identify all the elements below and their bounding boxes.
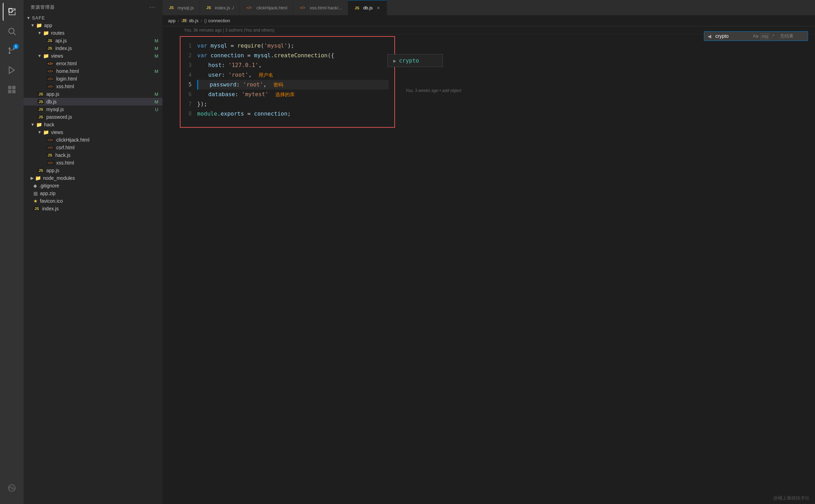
tab-html-icon-click: </> [245,5,253,10]
autocomplete-popup[interactable]: ▶ crypto [387,54,443,67]
file-clickhijack-label: clickHijack.html [56,137,90,143]
file-xss-html-app[interactable]: </> xss.html [24,83,162,90]
case-sensitive-icon[interactable]: Aa [753,33,758,39]
file-index-routes-label: index.js [55,45,72,51]
breadcrumb-app[interactable]: app [168,18,176,23]
file-login-html[interactable]: </> login.html [24,75,162,83]
folder-hack[interactable]: ▼ 📁 hack [24,121,162,128]
autocomplete-arrow: ▶ [393,58,396,64]
tab-close-db[interactable]: ✕ [376,5,381,11]
breadcrumb-connection-label: connection [208,18,230,23]
ln2: 2 [186,51,192,60]
file-mysql-label: mysql.js [46,107,64,112]
folder-views-label: views [51,53,63,59]
editor-area: JS mysql.js JS index.js ./ </> clickHija… [162,0,815,504]
file-db-label: db.js [46,99,57,104]
file-gitignore-label: .gitignore [39,183,59,188]
code-line-8: module . exports = connection ; [197,109,389,119]
annotation-db: 选择的库 [275,90,295,99]
tabs-bar: JS mysql.js JS index.js ./ </> clickHija… [162,0,815,15]
search-input[interactable] [715,33,750,39]
search-result: 无结果 [780,33,793,39]
file-favicon[interactable]: ★ favicon.ico [24,197,162,205]
code-with-numbers: 1 2 3 4 5 6 7 8 var mysql = [186,41,389,123]
file-api-js[interactable]: JS api.js M [24,37,162,44]
html-icon-error: </> [47,61,54,66]
file-index-root[interactable]: JS index.js [24,205,162,212]
file-error-html[interactable]: </> error.html [24,60,162,67]
file-gitignore[interactable]: ◆ .gitignore [24,182,162,190]
search-icon[interactable] [3,22,21,40]
file-index-js-routes[interactable]: JS index.js M [24,44,162,52]
file-clickhijack[interactable]: </> clickHijack.html [24,136,162,144]
breadcrumb-db[interactable]: JS db.js [181,18,199,23]
explorer-icon[interactable] [3,3,21,21]
code-line-6: database : 'mytest' 选择的库 [197,90,389,99]
folder-app-views[interactable]: ▼ 📁 views M [24,52,162,60]
sidebar-more-icon[interactable]: ··· [149,3,156,11]
regex-icon[interactable]: .* [771,33,774,39]
debug-icon[interactable] [3,61,21,79]
git-icon[interactable]: 6 [3,42,21,60]
file-password-label: password.js [46,114,72,120]
js-icon-index: JS [47,46,53,51]
tab-js-icon-index: JS [205,5,212,10]
folder-arrow-safe: ▼ [26,16,31,20]
breadcrumb-sep1: › [178,18,179,23]
gitlens-inline: You, 3 weeks ago • add object [405,88,461,93]
editor-content[interactable]: You, 36 minutes ago | 3 authors (You and… [162,26,815,504]
folder-safe[interactable]: ▼ SAFE [24,14,162,22]
zip-icon: ▦ [33,191,38,196]
svg-point-3 [9,52,10,54]
badge-db: M [154,99,158,104]
whole-word-icon[interactable]: Ab| [761,33,769,39]
folder-routes-label: routes [51,30,65,36]
folder-app[interactable]: ▼ 📁 app [24,22,162,29]
tab-mysql-js[interactable]: JS mysql.js [162,0,200,15]
folder-nm-label: node_modules [43,175,75,181]
autocomplete-word[interactable]: crypto [399,57,419,64]
folder-routes-icon: 📁 [43,30,49,36]
file-hack-js[interactable]: JS hack.js [24,151,162,159]
file-xss-app-label: xss.html [56,84,74,89]
gitignore-icon: ◆ [33,183,37,188]
file-hack-app-js[interactable]: JS app.js [24,167,162,174]
code-line-4: user : 'root' , 用户名 [197,70,389,80]
folder-hack-views[interactable]: ▼ 📁 views [24,128,162,136]
git-badge: 6 [13,44,19,49]
file-mysql-js[interactable]: JS mysql.js U [24,106,162,113]
code-line-3: host : '127.0.1' , [197,60,389,70]
activity-bar: 6 [0,0,24,504]
html-icon-xss-app: </> [47,84,54,89]
search-bar: ◀ Aa Ab| .* 无结果 [704,31,808,41]
svg-rect-11 [12,90,16,93]
extensions-icon[interactable] [3,81,21,99]
file-csrf[interactable]: </> csrf.html [24,144,162,151]
file-db-js[interactable]: JS db.js M [24,98,162,106]
tab-db-js[interactable]: JS db.js ✕ [348,0,387,15]
tab-xss[interactable]: </> xss.html hack/... [293,0,348,15]
code-line-2: var connection = mysql . createConnectio… [197,51,389,60]
folder-node-modules[interactable]: ▶ 📁 node_modules [24,174,162,182]
folder-hack-views-label: views [51,129,63,135]
tab-clickhijack[interactable]: </> clickHijack.html [240,0,293,15]
file-home-html[interactable]: </> home.html M [24,67,162,75]
svg-rect-8 [8,86,11,89]
file-xss-hack[interactable]: </> xss.html [24,159,162,167]
ln6: 6 [186,90,192,99]
html-icon-login: </> [47,76,54,81]
remote-icon[interactable] [3,479,21,497]
file-password-js[interactable]: JS password.js [24,113,162,121]
file-zip-label: app.zip [40,191,56,196]
file-app-zip[interactable]: ▦ app.zip [24,190,162,197]
file-home-label: home.html [56,68,79,74]
tab-index-js[interactable]: JS index.js ./ [200,0,240,15]
folder-routes[interactable]: ▼ 📁 routes [24,29,162,37]
svg-line-2 [14,33,16,35]
breadcrumb-connection[interactable]: {} connection [204,18,230,23]
js-icon-password: JS [37,115,44,119]
line-numbers: 1 2 3 4 5 6 7 8 [186,41,197,123]
tab-index-label: index.js ./ [215,5,234,10]
file-app-js[interactable]: JS app.js M [24,90,162,98]
sidebar-title-text: 资源管理器 [31,4,55,10]
